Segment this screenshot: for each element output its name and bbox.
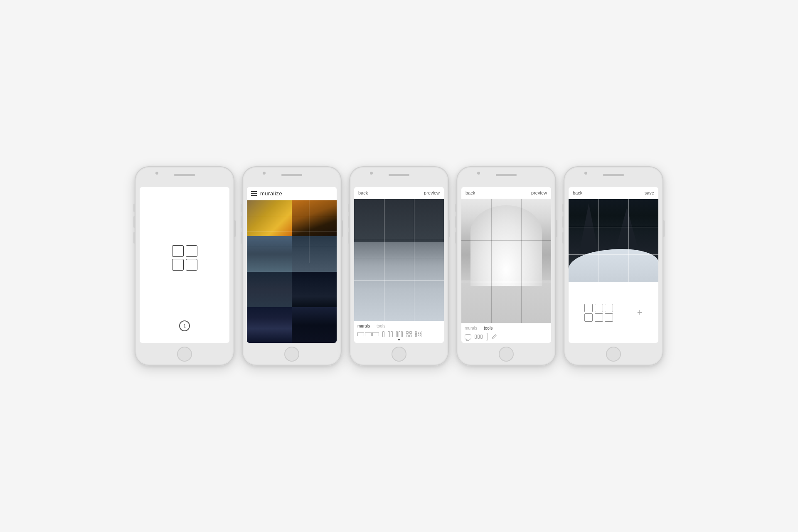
tool-edit-icon[interactable]	[491, 334, 497, 340]
phone-3-screen: back preview	[354, 187, 444, 343]
photo-gallery-grid	[247, 200, 337, 343]
editor-3-header: back preview	[354, 187, 444, 199]
phone-4-screen: back preview murals tools	[461, 187, 551, 343]
preview-cell-5	[595, 313, 603, 322]
editor-5-save-button[interactable]: save	[645, 190, 654, 195]
editor-3-back-button[interactable]: back	[358, 190, 368, 195]
phone-4-home-button[interactable]	[499, 347, 514, 362]
phone-1-home-button[interactable]	[177, 347, 192, 362]
gallery-photo-3[interactable]	[247, 236, 292, 272]
gallery-title: muralize	[260, 190, 282, 197]
gallery-photo-7[interactable]	[247, 307, 292, 343]
phone-2-screen: muralize	[247, 187, 337, 343]
logo-cell-2	[186, 245, 197, 257]
tool-2col-icon[interactable]	[388, 331, 393, 337]
splash-logo	[172, 195, 197, 320]
editor-4-photo	[461, 199, 551, 323]
tool-speech-icon[interactable]	[465, 334, 471, 340]
tool-single-col-icon[interactable]	[382, 331, 384, 337]
phone-1: 1	[135, 166, 234, 366]
editor-4-tools	[465, 333, 548, 340]
phone-4: back preview murals tools	[456, 166, 556, 366]
version-icon: 1	[179, 320, 190, 331]
editor-3-bottom: murals tools	[354, 321, 444, 343]
phone5-grid-preview	[584, 304, 613, 322]
preview-cell-1	[584, 304, 593, 312]
tool-column-icon[interactable]	[486, 333, 488, 340]
add-icon[interactable]: +	[637, 307, 643, 318]
editor-5-bottom: +	[569, 282, 658, 343]
phone-5: back save	[564, 166, 663, 366]
tool-3x3-icon[interactable]	[415, 331, 421, 337]
phone-5-home-button[interactable]	[606, 347, 621, 362]
phone-3-home-button[interactable]	[392, 347, 406, 362]
editor-3-tools	[357, 331, 441, 337]
logo-cell-1	[172, 245, 184, 257]
hamburger-menu-icon[interactable]	[251, 191, 257, 196]
editor-4-back-button[interactable]: back	[466, 190, 475, 195]
logo-cell-3	[172, 259, 184, 271]
active-indicator-dot	[398, 339, 400, 340]
grid-line-h2	[461, 282, 551, 282]
tool-panorama-icon[interactable]	[475, 335, 483, 339]
gallery-photo-8[interactable]	[292, 307, 337, 343]
gallery-photo-6[interactable]	[292, 272, 337, 308]
phone-3: back preview	[349, 166, 449, 366]
tab-tools[interactable]: tools	[484, 326, 493, 330]
tool-3box-icon[interactable]	[357, 332, 379, 336]
gallery-photo-2[interactable]	[292, 200, 337, 236]
gallery-photo-5[interactable]	[247, 272, 292, 308]
phones-container: 1 muralize	[118, 150, 680, 382]
gallery-photo-4[interactable]	[292, 236, 337, 272]
grid-line-v2	[521, 199, 522, 323]
preview-cell-6	[605, 313, 613, 322]
grid-line-h1	[461, 240, 551, 241]
grid-line-h2	[354, 280, 444, 281]
phone-1-screen: 1	[140, 187, 229, 343]
editor-5-photo	[569, 199, 658, 282]
editor-4-bottom: murals tools	[461, 323, 551, 343]
phone-2: muralize	[242, 166, 342, 366]
tab-murals[interactable]: murals	[465, 326, 477, 330]
tab-murals[interactable]: murals	[357, 324, 370, 328]
tunnel-floor	[461, 280, 551, 323]
grid-logo-icon	[172, 245, 197, 271]
gallery-header: muralize	[247, 187, 337, 200]
editor-3-preview-button[interactable]: preview	[424, 190, 440, 195]
grid-line-v1	[384, 199, 384, 321]
tool-3col-icon[interactable]	[396, 331, 403, 337]
editor-4-tabs: murals tools	[465, 326, 548, 330]
grid-line-v1	[491, 199, 492, 323]
editor-4-preview-button[interactable]: preview	[531, 190, 547, 195]
tunnel-arch-shape	[470, 205, 542, 286]
tool-2x2-icon[interactable]	[406, 331, 412, 337]
preview-cell-3	[605, 304, 613, 312]
editor-3-tabs: murals tools	[357, 324, 441, 328]
tab-tools[interactable]: tools	[377, 324, 385, 328]
logo-cell-4	[186, 259, 197, 271]
preview-cell-4	[584, 313, 593, 322]
editor-3-photo	[354, 199, 444, 321]
phone-2-home-button[interactable]	[284, 347, 299, 362]
grid-line-h1	[354, 240, 444, 240]
preview-cell-2	[595, 304, 603, 312]
grid-line-v2	[414, 199, 414, 321]
gallery-photo-1[interactable]	[247, 200, 292, 236]
phone-5-screen: back save	[569, 187, 658, 343]
editor-5-header: back save	[569, 187, 658, 199]
editor-5-back-button[interactable]: back	[573, 190, 582, 195]
editor-4-header: back preview	[461, 187, 551, 199]
